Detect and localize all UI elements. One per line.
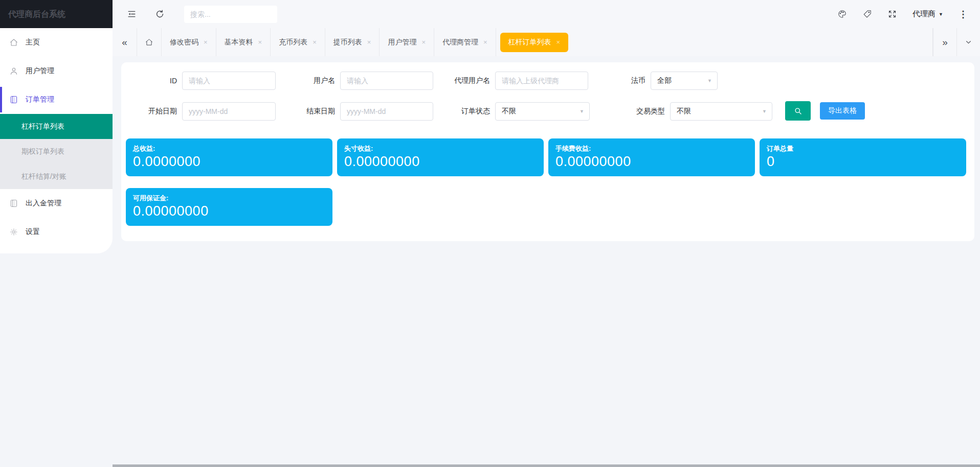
export-button[interactable]: 导出表格 [820,102,865,120]
sidebar-item-home[interactable]: 主页 [0,28,113,57]
trade-type-select[interactable]: 不限 ▼ [670,102,772,121]
end-date-input[interactable] [340,102,433,121]
tabs-dropdown-icon[interactable] [956,28,980,56]
kebab-menu-icon[interactable]: ⋮ [959,9,968,20]
main-area: 代理商 ▼ ⋮ « 修改密码 × 基本资料 × 充币列表 × [113,0,980,467]
stat-label: 手续费收益: [555,144,755,153]
field-label: 用户名 [279,76,335,85]
agent-username-input[interactable] [495,72,588,90]
username-input[interactable] [340,72,433,90]
search-input[interactable] [184,6,277,23]
tabs-scroll-right-icon[interactable]: » [933,28,956,56]
content-panel: ID 用户名 代理用户名 法币 全部 ▼ 开始日期 [121,62,974,241]
active-indicator [0,87,2,112]
chevron-down-icon: ▼ [580,109,584,114]
topbar: 代理商 ▼ ⋮ [113,0,980,28]
tab-item-active[interactable]: 杠杆订单列表 × [500,33,569,52]
close-icon[interactable]: × [556,38,561,46]
tab-label: 代理商管理 [442,38,478,47]
collapse-menu-icon[interactable] [127,9,137,19]
tab-home-icon[interactable] [137,28,162,56]
topbar-right: 代理商 ▼ ⋮ [837,9,968,20]
sidebar-item-label: 出入金管理 [26,199,61,208]
tabbar-spacer [572,28,933,56]
field-label: 结束日期 [279,107,335,116]
stat-label: 可用保证金: [133,194,332,203]
tab-item[interactable]: 代理商管理 × [434,28,496,56]
sidebar-submenu: 杠杆订单列表 期权订单列表 杠杆结算/对账 [0,114,113,189]
refresh-icon[interactable] [155,9,165,19]
filter-end-date: 结束日期 [279,102,433,121]
home-icon [9,38,18,47]
topbar-left [127,9,165,19]
theme-palette-icon[interactable] [837,9,847,19]
order-status-select[interactable]: 不限 ▼ [495,102,590,121]
tab-item[interactable]: 提币列表 × [325,28,380,56]
sidebar: 代理商后台系统 主页 用户管理 订单管理 [0,0,113,253]
sidebar-subitem-leverage-settle[interactable]: 杠杆结算/对账 [0,164,113,189]
tabs-scroll-left-icon[interactable]: « [113,28,137,56]
user-icon [9,66,18,76]
tab-label: 基本资料 [225,38,253,47]
tab-label: 修改密码 [170,38,198,47]
tab-bar: « 修改密码 × 基本资料 × 充币列表 × 提币列表 × 用户管理 [113,28,980,56]
stat-card-available-margin: 可用保证金: 0.00000000 [126,188,332,226]
stat-value: 0.00000000 [133,203,332,219]
close-icon[interactable]: × [421,38,426,46]
tag-icon[interactable] [862,9,872,19]
select-value: 不限 [677,107,691,116]
sidebar-item-funds[interactable]: 出入金管理 [0,189,113,218]
filter-id: ID [121,72,276,90]
tab-item[interactable]: 用户管理 × [380,28,434,56]
sidebar-subitem-option-orders[interactable]: 期权订单列表 [0,139,113,164]
sidebar-item-orders[interactable]: 订单管理 [0,85,113,114]
stat-value: 0.00000000 [555,154,755,170]
order-icon [9,95,18,104]
close-icon[interactable]: × [367,38,371,46]
select-value: 不限 [502,107,516,116]
field-label: 交易类型 [609,107,665,116]
tab-item[interactable]: 充币列表 × [271,28,325,56]
sidebar-menu: 主页 用户管理 订单管理 杠杆订单列表 期权订单列表 杠杆结算/对账 [0,28,113,253]
money-icon [9,199,18,208]
filter-order-status: 订单状态 不限 ▼ [434,102,590,121]
stat-label: 头寸收益: [344,144,544,153]
id-input[interactable] [182,72,276,90]
stat-card-total-profit: 总收益: 0.0000000 [126,138,332,176]
sidebar-item-label: 主页 [26,38,40,47]
tab-label: 杠杆订单列表 [508,38,551,47]
fiat-select[interactable]: 全部 ▼ [651,72,718,90]
close-icon[interactable]: × [258,38,262,46]
sidebar-subitem-leverage-orders[interactable]: 杠杆订单列表 [0,114,113,139]
start-date-input[interactable] [182,102,276,121]
sidebar-item-label: 用户管理 [26,66,54,76]
search-button[interactable] [785,101,811,121]
user-menu[interactable]: 代理商 ▼ [912,9,943,19]
tab-label: 用户管理 [388,38,416,47]
field-label: 订单状态 [434,107,490,116]
close-icon[interactable]: × [483,38,487,46]
sidebar-item-settings[interactable]: 设置 [0,218,113,246]
sidebar-item-label: 设置 [26,227,40,237]
sidebar-item-users[interactable]: 用户管理 [0,57,113,85]
fullscreen-icon[interactable] [887,9,897,19]
stat-card-order-total: 订单总量 0 [760,138,966,176]
close-icon[interactable]: × [204,38,208,46]
chevron-down-icon: ▼ [762,109,767,114]
filter-start-date: 开始日期 [121,102,276,121]
stat-value: 0.00000000 [344,154,544,170]
chevron-down-icon: ▼ [707,78,712,83]
stat-card-fee-profit: 手续费收益: 0.00000000 [548,138,755,176]
filter-fiat: 法币 全部 ▼ [610,72,718,90]
tab-item[interactable]: 修改密码 × [162,28,216,56]
window-edge [113,464,980,467]
tab-item[interactable]: 基本资料 × [216,28,271,56]
stat-label: 订单总量 [767,144,966,153]
close-icon[interactable]: × [313,38,317,46]
tab-label: 充币列表 [279,38,307,47]
field-label: 开始日期 [121,107,177,116]
filter-username: 用户名 [279,72,433,90]
stat-value: 0.0000000 [133,154,332,170]
stat-card-position-profit: 头寸收益: 0.00000000 [337,138,544,176]
user-menu-label: 代理商 [912,9,936,19]
